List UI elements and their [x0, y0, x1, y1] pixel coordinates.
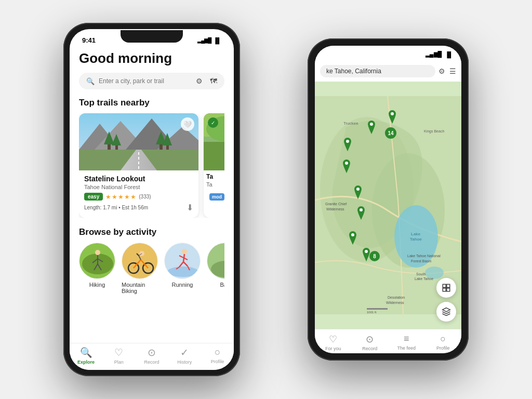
svg-point-19	[346, 140, 349, 143]
trail-card-stateline[interactable]: 🤍 Stateline Lookout Tahoe National Fores…	[79, 113, 198, 218]
trail-stats: Length: 1.7 mi • Est 1h 56m ⬇	[84, 203, 193, 212]
explore-screen: 9:41 ▂▄▆█ ▐▌ Good morning 🔍 ⚙ 🗺	[70, 29, 234, 370]
map-signal-icon: ▂▄▆█	[425, 51, 442, 58]
svg-point-71	[182, 249, 187, 254]
map-fab-stack[interactable]	[436, 302, 456, 322]
activity-circle-mtb	[122, 243, 158, 279]
svg-rect-17	[367, 308, 388, 310]
svg-rect-28	[447, 284, 450, 287]
activities-row: Hiking	[79, 243, 224, 294]
record-nav-icon: ⊙	[148, 347, 156, 358]
trail-name: Stateline Lookout	[84, 175, 193, 183]
search-input[interactable]	[99, 77, 192, 85]
svg-rect-29	[443, 288, 446, 291]
map-list-icon[interactable]: ☰	[449, 67, 456, 75]
activity-mtb[interactable]: Mountain Biking	[122, 243, 158, 294]
explore-icon: 🔍	[80, 347, 92, 358]
history-label: History	[177, 360, 192, 365]
map-fab-layers[interactable]	[436, 278, 456, 298]
filter-icon[interactable]: ⚙	[196, 77, 203, 85]
heart-icon: ♡	[329, 334, 337, 345]
trail-meta: easy ★ ★ ★ ★ ★ (333)	[84, 193, 193, 201]
map-status-bar: ▂▄▆█ ▐▌	[315, 46, 461, 60]
bottom-nav: 🔍 Explore ♡ Plan ⊙ Record ✓ History	[70, 343, 234, 370]
map-pin[interactable]	[355, 206, 367, 220]
trail-card-body: Stateline Lookout Tahoe National Forest …	[79, 170, 198, 218]
nav-plan[interactable]: ♡ Plan	[102, 347, 135, 365]
svg-point-23	[356, 188, 360, 191]
activity-running[interactable]: Running	[164, 243, 201, 294]
feed-icon: ≡	[404, 334, 409, 344]
explore-content: Good morning 🔍 ⚙ 🗺 Top trails nearby	[70, 46, 234, 370]
svg-text:Forest Basin: Forest Basin	[411, 259, 431, 263]
partial-difficulty-badge: mod	[209, 193, 224, 201]
activity-backpacking[interactable]: Bac	[207, 243, 224, 294]
map-pin[interactable]	[387, 110, 398, 124]
explore-scroll[interactable]: Good morning 🔍 ⚙ 🗺 Top trails nearby	[70, 46, 234, 343]
phone-back: ▂▄▆█ ▐▌ ke Tahoe, California ⚙ ☰	[308, 38, 469, 361]
svg-text:Wilderness: Wilderness	[386, 301, 404, 304]
trail-stats-text: Length: 1.7 mi • Est 1h 56m	[84, 205, 148, 210]
trail-card-partial[interactable]: ✓ Ta Ta mod	[204, 113, 224, 218]
map-nav-profile[interactable]: ○ Profile	[425, 334, 462, 351]
partial-trail-park: Ta	[206, 181, 224, 188]
explore-label: Explore	[77, 360, 95, 365]
map-pin[interactable]	[347, 231, 358, 245]
svg-text:Lake: Lake	[411, 232, 421, 236]
map-pin[interactable]	[352, 185, 364, 199]
plan-label: Plan	[114, 360, 124, 365]
search-bar[interactable]: 🔍 ⚙ 🗺	[79, 73, 224, 89]
activity-hiking[interactable]: Hiking	[79, 243, 115, 294]
map-search-pill[interactable]: ke Tahoe, California	[320, 65, 435, 77]
download-button[interactable]: ⬇	[187, 203, 193, 212]
nav-history[interactable]: ✓ History	[168, 347, 201, 365]
map-nav-for-you[interactable]: ♡ For you	[315, 334, 352, 351]
map-pin[interactable]	[342, 138, 353, 151]
record-icon: ⊙	[366, 334, 374, 345]
map-body[interactable]: Lake Tahoe Truckee Kings Beach Granite C…	[315, 82, 461, 329]
activity-label-mtb: Mountain Biking	[122, 282, 158, 294]
nav-explore[interactable]: 🔍 Explore	[70, 347, 102, 365]
map-filter-icon[interactable]: ⚙	[438, 67, 445, 75]
map-count-badge-8[interactable]: 8	[369, 251, 380, 261]
top-trails-title: Top trails nearby	[79, 98, 224, 108]
map-pin[interactable]	[366, 121, 377, 134]
favorite-button[interactable]: 🤍	[181, 117, 194, 131]
svg-point-21	[391, 112, 394, 115]
activity-label-hiking: Hiking	[89, 282, 105, 288]
trail-park: Tahoe National Forest	[84, 184, 193, 190]
nav-record[interactable]: ⊙ Record	[135, 347, 168, 365]
profile-icon: ○	[440, 334, 446, 344]
svg-point-22	[345, 162, 348, 165]
trails-row: 🤍 Stateline Lookout Tahoe National Fores…	[79, 113, 224, 218]
trail-card-image-stateline: 🤍	[79, 113, 198, 170]
partial-trail-name: Ta	[206, 173, 224, 180]
activity-circle-hiking	[79, 243, 115, 279]
difficulty-badge: easy	[84, 193, 103, 201]
map-nav-record[interactable]: ⊙ Record	[352, 334, 389, 351]
trail-card-partial-image: ✓	[204, 113, 224, 170]
profile-label: Profile	[211, 359, 224, 364]
history-icon: ✓	[180, 347, 189, 358]
browse-activity-title: Browse by activity	[79, 227, 224, 237]
svg-point-3	[394, 205, 438, 268]
svg-point-20	[370, 123, 373, 126]
svg-text:Wilderness: Wilderness	[326, 207, 344, 211]
svg-text:Lake Tahoe National: Lake Tahoe National	[407, 254, 441, 258]
map-nav-feed[interactable]: ≡ The feed	[388, 334, 425, 351]
nav-profile[interactable]: ○ Profile	[201, 347, 234, 365]
review-count: (333)	[139, 194, 151, 200]
phone-front: 9:41 ▂▄▆█ ▐▌ Good morning 🔍 ⚙ 🗺	[63, 23, 240, 376]
svg-text:1001 ft: 1001 ft	[367, 311, 377, 314]
map-count-badge-14[interactable]: 14	[385, 127, 396, 139]
status-time: 9:41	[82, 36, 96, 44]
svg-rect-30	[447, 288, 450, 291]
svg-point-70	[167, 267, 198, 277]
map-pin[interactable]	[341, 159, 352, 173]
map-bottom-nav: ♡ For you ⊙ Record ≡ The feed ○ Profile	[315, 329, 461, 353]
svg-text:Lake Tahoe: Lake Tahoe	[415, 277, 433, 281]
greeting: Good morning	[79, 50, 224, 66]
map-toggle-icon[interactable]: 🗺	[210, 77, 217, 85]
status-icons: ▂▄▆█ ▐▌	[197, 37, 221, 44]
svg-text:Tahoe: Tahoe	[410, 237, 422, 242]
